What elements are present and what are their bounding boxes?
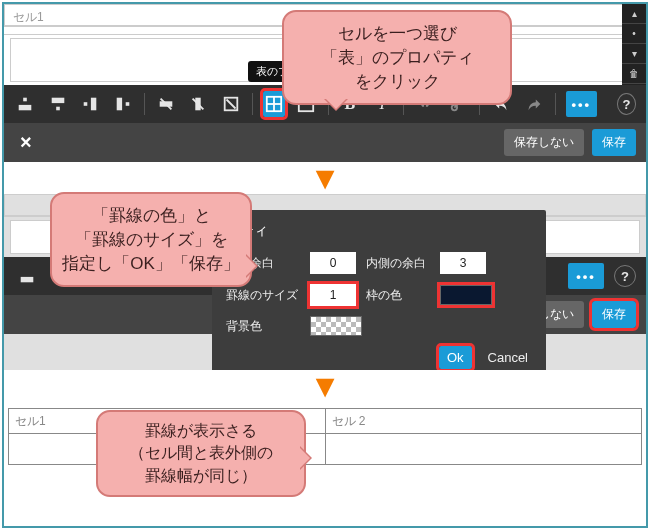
dont-save-button[interactable]: 保存しない [504, 129, 584, 156]
col-insert-left-icon[interactable] [79, 91, 101, 117]
svg-rect-2 [51, 98, 64, 103]
footer-bar-1: × 保存しない 保存 [4, 123, 646, 162]
callout-2: 「罫線の色」と 「罫線のサイズ」を 指定し「OK」「保存」 [50, 192, 252, 287]
dialog-ok-button[interactable]: Ok [439, 346, 472, 369]
dialog-title: パティ [226, 222, 532, 240]
palette-dot-icon[interactable]: • [622, 24, 646, 44]
svg-rect-21 [21, 277, 34, 282]
redo-button[interactable] [522, 91, 544, 117]
palette-trash-icon[interactable]: 🗑 [622, 64, 646, 84]
row-insert-below-icon[interactable] [46, 91, 68, 117]
result-cell-4[interactable] [326, 434, 642, 464]
svg-rect-1 [23, 98, 27, 102]
border-color-label: 枠の色 [366, 287, 430, 304]
table-delete-icon[interactable] [219, 91, 241, 117]
svg-line-13 [226, 100, 235, 109]
save-button[interactable]: 保存 [592, 129, 636, 156]
callout-1: セルを一つ選び 「表」のプロパティ をクリック [282, 10, 512, 105]
svg-rect-3 [56, 107, 60, 111]
row-insert-above-icon[interactable] [14, 263, 40, 289]
border-size-input[interactable] [310, 284, 356, 306]
toolbar-separator [252, 93, 253, 115]
toolbar-separator [555, 93, 556, 115]
callout-3: 罫線が表示さる （セル間と表外側の 罫線幅が同じ） [96, 410, 306, 497]
save-button-2[interactable]: 保存 [592, 301, 636, 328]
svg-rect-6 [116, 98, 121, 111]
row-insert-above-icon[interactable] [14, 91, 36, 117]
col-delete-icon[interactable] [187, 91, 209, 117]
inner-margin-label: 内側の余白 [366, 255, 430, 272]
border-size-label: 罫線のサイズ [226, 287, 300, 304]
col-insert-right-icon[interactable] [111, 91, 133, 117]
help-button[interactable]: ? [617, 93, 636, 115]
bgcolor-swatch[interactable] [310, 316, 362, 336]
row-delete-icon[interactable] [155, 91, 177, 117]
table-properties-dialog: パティ 側の余白 内側の余白 罫線のサイズ 枠の色 背景色 Ok Cancel [212, 210, 546, 370]
palette-up-icon[interactable]: ▴ [622, 4, 646, 24]
flow-arrow-1: ▼ [4, 162, 646, 194]
svg-rect-0 [19, 105, 32, 110]
dialog-cancel-button[interactable]: Cancel [484, 346, 532, 369]
bgcolor-label: 背景色 [226, 318, 300, 335]
inner-margin-input[interactable] [440, 252, 486, 274]
toolbar-separator [144, 93, 145, 115]
flow-arrow-2: ▼ [4, 370, 646, 402]
svg-rect-4 [91, 98, 96, 111]
close-button[interactable]: × [14, 131, 38, 154]
more-button[interactable]: ••• [566, 91, 597, 117]
border-color-swatch[interactable] [440, 285, 492, 305]
svg-rect-7 [125, 102, 129, 106]
palette-down-icon[interactable]: ▾ [622, 44, 646, 64]
svg-rect-5 [84, 102, 88, 106]
help-button-2[interactable]: ? [614, 265, 636, 287]
more-button-2[interactable]: ••• [568, 263, 604, 289]
result-cell-2[interactable]: セル 2 [326, 409, 642, 433]
outer-margin-input[interactable] [310, 252, 356, 274]
